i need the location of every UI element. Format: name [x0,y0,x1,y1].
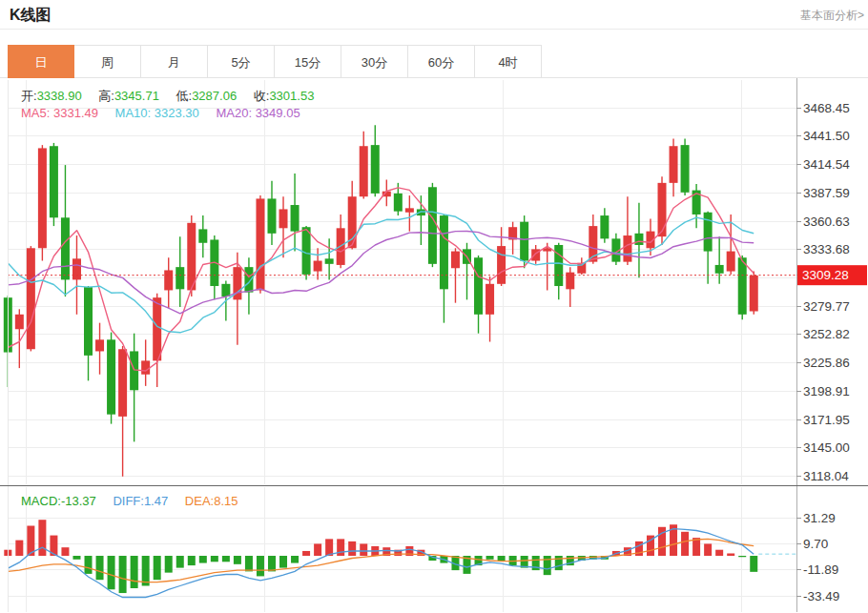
macd-value: -13.37 [61,494,96,508]
svg-text:3225.86: 3225.86 [803,356,850,370]
ohlc-row: 开:3338.90 高:3345.71 低:3287.06 收:3301.53 [21,88,327,105]
svg-text:3198.91: 3198.91 [803,384,850,398]
open-value: 3338.90 [37,89,82,103]
tab-60min[interactable]: 60分 [408,45,475,78]
svg-text:3441.50: 3441.50 [803,129,850,143]
ma5-value: 3331.49 [53,106,98,120]
tab-30min[interactable]: 30分 [341,45,408,78]
dea-label: DEA: [185,494,214,508]
open-label: 开: [21,89,37,103]
ma5-label: MA5: [21,106,50,120]
kline-widget: K线图 基本面分析> 日周月5分15分30分60分4时 3468.453441.… [0,0,868,613]
main-chart-area[interactable] [8,80,796,484]
tab-4hour[interactable]: 4时 [475,45,542,78]
svg-text:3333.68: 3333.68 [803,242,850,256]
svg-text:-33.49: -33.49 [803,589,839,603]
current-price-badge: 3309.28 [797,265,867,285]
svg-text:3118.04: 3118.04 [803,469,849,483]
low-label: 低: [176,89,193,103]
dea-value: 8.15 [214,494,238,508]
svg-text:3414.54: 3414.54 [803,157,850,172]
high-value: 3345.71 [114,89,159,103]
svg-text:31.29: 31.29 [803,511,836,525]
ma-row: MA5: 3331.49 MA10: 3323.30 MA20: 3349.05 [21,106,314,120]
close-label: 收: [254,89,270,103]
svg-text:3252.82: 3252.82 [803,327,850,341]
svg-text:3309.28: 3309.28 [802,268,849,282]
high-label: 高: [98,89,114,103]
ma20-value: 3349.05 [256,106,300,120]
tab-week[interactable]: 周 [74,45,141,78]
ma10-value: 3323.30 [155,106,199,120]
interval-tabs: 日周月5分15分30分60分4时 [8,45,542,78]
svg-text:-11.89: -11.89 [803,562,838,577]
ma10-label: MA10: [115,106,152,120]
diff-label: DIFF: [113,494,144,508]
svg-text:9.70: 9.70 [803,537,828,551]
close-value: 3301.53 [269,89,314,103]
macd-header-row: MACD:-13.37 DIFF:1.47 DEA:8.15 [21,494,251,508]
tab-15min[interactable]: 15分 [275,45,341,78]
tab-month[interactable]: 月 [141,45,208,78]
y-axis-labels: 3468.453441.503414.543387.593360.633333.… [796,101,850,603]
svg-text:3171.95: 3171.95 [803,413,850,427]
svg-text:3468.45: 3468.45 [803,101,850,115]
tab-day[interactable]: 日 [8,45,74,78]
tab-5min[interactable]: 5分 [208,45,275,78]
svg-text:3279.77: 3279.77 [803,299,850,314]
svg-text:3360.63: 3360.63 [803,215,850,229]
diff-value: 1.47 [144,494,168,508]
low-value: 3287.06 [192,89,237,103]
macd-label: MACD: [21,494,61,508]
svg-text:3145.00: 3145.00 [803,440,850,455]
ma20-label: MA20: [216,106,252,120]
svg-text:3387.59: 3387.59 [803,186,850,200]
